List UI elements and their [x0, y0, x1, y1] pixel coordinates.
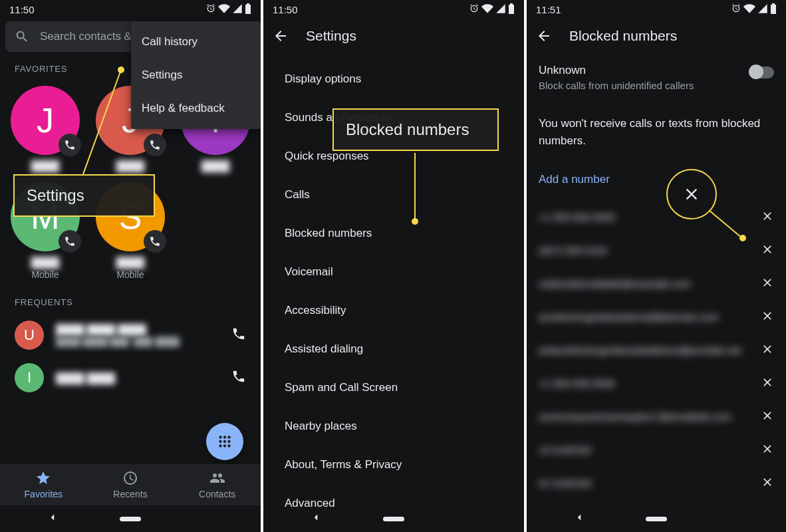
battery-icon [245, 3, 251, 16]
status-time: 11:50 [273, 4, 298, 15]
blocked-entry: someoneyouknowmaybe17@emailsite.com [527, 400, 786, 434]
wifi-icon [743, 3, 755, 17]
remove-icon[interactable] [761, 376, 774, 392]
overflow-menu: Call history Settings Help & feedback [131, 21, 261, 129]
battery-icon [508, 3, 515, 16]
call-icon [144, 134, 166, 156]
settings-item-blocked[interactable]: Blocked numbers [263, 214, 524, 253]
status-icons [205, 3, 251, 17]
status-time: 11:51 [536, 4, 561, 15]
unknown-desc: Block calls from unidentified callers [539, 80, 694, 91]
back-icon[interactable] [573, 511, 585, 526]
call-icon [144, 230, 166, 253]
call-icon [59, 230, 81, 253]
alarm-icon [469, 3, 479, 16]
battery-icon [770, 3, 777, 16]
clock-icon [122, 470, 138, 486]
svg-point-7 [223, 444, 226, 447]
settings-item-display[interactable]: Display options [263, 60, 524, 98]
remove-icon[interactable] [761, 209, 774, 225]
system-nav [263, 505, 524, 532]
remove-icon[interactable] [761, 409, 774, 425]
signal-icon [495, 3, 506, 16]
settings-item-about[interactable]: About, Terms & Privacy [263, 446, 524, 484]
svg-point-0 [219, 436, 221, 438]
settings-item-voicemail[interactable]: Voicemail [263, 253, 524, 291]
back-icon[interactable] [47, 511, 59, 526]
blocked-entry: 51 5100150 [527, 467, 786, 500]
avatar: I [15, 363, 44, 392]
unknown-toggle[interactable] [749, 66, 774, 78]
alarm-icon [731, 3, 741, 16]
svg-point-8 [227, 444, 230, 447]
call-icon[interactable] [231, 327, 246, 344]
blocked-numbers-header: Blocked numbers [527, 19, 786, 53]
phone-screen-contacts: 11:50 Search contacts & places Call hist… [0, 0, 261, 532]
tab-contacts[interactable]: Contacts [174, 464, 261, 505]
back-icon[interactable] [310, 511, 322, 526]
back-arrow-icon[interactable] [536, 28, 552, 44]
home-pill[interactable] [646, 517, 667, 521]
favorite-contact[interactable]: J ████ [3, 80, 88, 177]
remove-icon[interactable] [761, 475, 774, 491]
menu-item-settings[interactable]: Settings [131, 59, 261, 92]
star-icon [35, 470, 51, 486]
search-icon [15, 29, 29, 44]
dialpad-fab[interactable] [206, 423, 243, 460]
blocked-entry: (407) 555-0103 [527, 234, 786, 267]
call-icon [59, 134, 81, 156]
bottom-tabs: Favorites Recents Contacts [0, 464, 261, 505]
frequent-contact[interactable]: U ████ ████ ████ ████ ████(███) ███-████ [0, 314, 261, 356]
blocked-list: +1 555-555-5555 (407) 555-0103 redactede… [527, 201, 786, 500]
system-nav [527, 505, 786, 532]
wifi-icon [218, 3, 230, 17]
annotation-dot [412, 218, 418, 225]
annotation-callout-blocked: Blocked numbers [332, 108, 499, 151]
remove-icon[interactable] [761, 442, 774, 458]
unknown-title: Unknown [539, 64, 694, 77]
settings-header: Settings [263, 19, 524, 53]
settings-item-accessibility[interactable]: Accessibility [263, 291, 524, 330]
svg-point-3 [219, 440, 221, 443]
annotation-dot [118, 66, 124, 73]
remove-icon[interactable] [761, 243, 774, 259]
blocked-entry: yetanotherlongredactedaddress@provider.n… [527, 334, 786, 367]
tab-favorites[interactable]: Favorites [0, 464, 87, 505]
alarm-icon [205, 3, 216, 16]
svg-point-2 [227, 436, 230, 438]
wifi-icon [481, 3, 493, 17]
menu-item-call-history[interactable]: Call history [131, 25, 261, 59]
page-title: Settings [306, 28, 356, 44]
remove-icon[interactable] [761, 342, 774, 358]
svg-point-1 [223, 436, 226, 438]
svg-point-6 [219, 444, 221, 447]
settings-item-nearby[interactable]: Nearby places [263, 407, 524, 446]
phone-screen-blocked-numbers: 11:51 Blocked numbers Unknown Block call… [527, 0, 786, 532]
back-arrow-icon[interactable] [273, 28, 289, 44]
call-icon[interactable] [231, 369, 246, 386]
home-pill[interactable] [120, 517, 141, 521]
blocked-entry: anotherlongredactedemail@domain.com [527, 301, 786, 334]
home-pill[interactable] [383, 517, 404, 521]
frequents-header: FREQUENTS [0, 285, 261, 314]
menu-item-help[interactable]: Help & feedback [131, 92, 261, 125]
frequent-contact[interactable]: I ████ ████ [0, 356, 261, 399]
settings-item-calls[interactable]: Calls [263, 176, 524, 214]
people-icon [209, 470, 225, 486]
phone-screen-settings: 11:50 Settings Display options Sounds an… [263, 0, 524, 532]
svg-point-4 [223, 440, 226, 443]
signal-icon [232, 3, 243, 16]
tab-recents[interactable]: Recents [87, 464, 174, 505]
settings-item-assisted-dialing[interactable]: Assisted dialing [263, 330, 524, 368]
close-icon [682, 185, 701, 203]
blocked-entry: +1 555-555-5556 [527, 367, 786, 400]
settings-item-spam[interactable]: Spam and Call Screen [263, 368, 524, 407]
add-number-link[interactable]: Add a number [527, 164, 786, 201]
remove-icon[interactable] [761, 309, 774, 325]
remove-icon[interactable] [761, 276, 774, 292]
system-nav [0, 505, 261, 532]
status-icons [731, 3, 777, 17]
status-icons [469, 3, 515, 17]
status-time: 11:50 [9, 4, 35, 15]
blocked-entry: 14 5100150 [527, 434, 786, 467]
